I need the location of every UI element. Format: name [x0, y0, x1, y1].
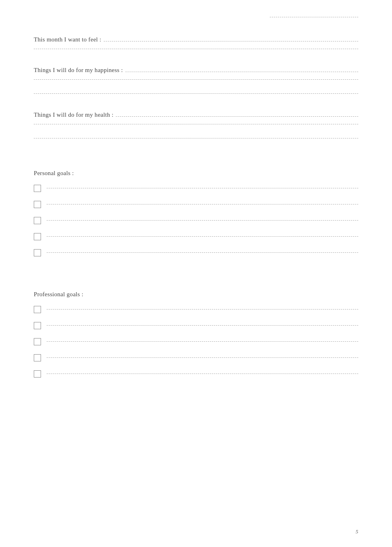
personal-goals-section: Personal goals :: [34, 170, 358, 256]
personal-goal-line-2[interactable]: [47, 204, 358, 204]
personal-goals-label: Personal goals :: [34, 170, 358, 177]
professional-goal-checkbox-4[interactable]: [34, 354, 41, 361]
health-label: Things I will do for my health :: [34, 111, 113, 118]
health-extra-line-2: [34, 138, 358, 138]
happiness-label-line: Things I will do for my happiness :: [34, 67, 358, 74]
personal-goal-row-5: [34, 249, 358, 256]
personal-goal-checkbox-2[interactable]: [34, 201, 41, 208]
top-decorative-line: [270, 17, 358, 17]
professional-goal-checkbox-2[interactable]: [34, 322, 41, 329]
personal-goal-checkbox-5[interactable]: [34, 249, 41, 256]
health-section: Things I will do for my health :: [34, 111, 358, 138]
feel-extra-line-1: [34, 49, 358, 49]
feel-input-line[interactable]: [104, 41, 358, 41]
personal-goal-row-3: [34, 217, 358, 224]
journal-page: This month I want to feel : Things I wil…: [0, 0, 392, 547]
health-label-line: Things I will do for my health :: [34, 111, 358, 118]
professional-goal-row-3: [34, 338, 358, 345]
personal-goal-checkbox-1[interactable]: [34, 185, 41, 192]
personal-goal-line-5[interactable]: [47, 252, 358, 253]
feel-label: This month I want to feel :: [34, 36, 101, 43]
professional-goal-line-2[interactable]: [47, 325, 358, 326]
feel-section: This month I want to feel :: [34, 36, 358, 49]
personal-goal-line-3[interactable]: [47, 220, 358, 221]
health-extra-line-1: [34, 124, 358, 124]
personal-goal-checkbox-3[interactable]: [34, 217, 41, 224]
personal-goal-checkbox-4[interactable]: [34, 233, 41, 240]
personal-goal-line-1[interactable]: [47, 188, 358, 188]
health-input-line[interactable]: [116, 116, 358, 117]
happiness-section: Things I will do for my happiness :: [34, 67, 358, 94]
professional-goal-line-3[interactable]: [47, 341, 358, 342]
professional-goal-row-2: [34, 322, 358, 329]
professional-goals-label: Professional goals :: [34, 291, 358, 298]
professional-goal-checkbox-3[interactable]: [34, 338, 41, 345]
professional-goal-row-1: [34, 306, 358, 313]
professional-goal-row-5: [34, 370, 358, 378]
professional-goal-line-4[interactable]: [47, 357, 358, 358]
professional-goal-row-4: [34, 354, 358, 361]
professional-goal-line-5[interactable]: [47, 374, 358, 374]
professional-goal-line-1[interactable]: [47, 309, 358, 310]
professional-goals-section: Professional goals :: [34, 291, 358, 378]
professional-goal-checkbox-5[interactable]: [34, 370, 41, 378]
page-number: 5: [356, 528, 359, 535]
personal-goal-line-4[interactable]: [47, 236, 358, 237]
professional-goal-checkbox-1[interactable]: [34, 306, 41, 313]
personal-goal-row-2: [34, 201, 358, 208]
happiness-input-line[interactable]: [125, 72, 358, 72]
personal-goal-row-1: [34, 185, 358, 192]
personal-goal-row-4: [34, 233, 358, 240]
happiness-extra-line-2: [34, 93, 358, 94]
feel-label-line: This month I want to feel :: [34, 36, 358, 43]
happiness-extra-line-1: [34, 79, 358, 80]
happiness-label: Things I will do for my happiness :: [34, 67, 123, 74]
